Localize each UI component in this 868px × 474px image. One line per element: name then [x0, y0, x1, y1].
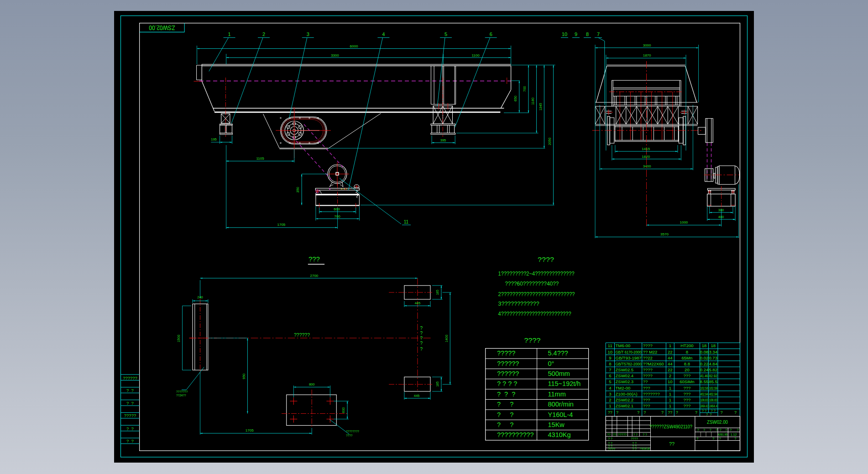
svg-text:10: 10: [608, 349, 613, 354]
svg-text:? ?: ? ?: [632, 448, 637, 451]
svg-text:?: ?: [420, 347, 423, 352]
svg-text:44: 44: [668, 361, 673, 366]
svg-text:402.94: 402.94: [709, 391, 717, 396]
svg-text:? ?: ? ?: [632, 442, 637, 445]
svg-text:1: 1: [609, 403, 611, 408]
svg-text:700: 700: [523, 86, 527, 92]
svg-text:1705: 1705: [277, 223, 286, 227]
svg-text:2464.42: 2464.42: [701, 403, 708, 408]
svg-text:1105: 1105: [256, 156, 264, 161]
svg-text:65Mn: 65Mn: [682, 355, 693, 360]
svg-text:5.4???: 5.4???: [548, 349, 568, 357]
svg-text:ZSW02.3: ZSW02.3: [616, 379, 634, 384]
svg-text:1: 1: [669, 343, 671, 348]
svg-text:??????: ??????: [497, 370, 519, 377]
svg-text:1?????????2~4??????????????: 1?????????2~4??????????????: [498, 271, 575, 277]
svg-text:60SiMn: 60SiMn: [680, 379, 694, 384]
svg-text:?: ?: [720, 410, 722, 415]
svg-text:0°: 0°: [548, 360, 554, 367]
svg-text:4261.95: 4261.95: [718, 433, 727, 436]
svg-text:?: ?: [719, 428, 721, 432]
svg-text:7: 7: [609, 367, 611, 372]
svg-text:1.12: 1.12: [731, 433, 737, 436]
svg-text:700: 700: [334, 214, 340, 219]
svg-text:GB/T93-1987: GB/T93-1987: [616, 355, 642, 360]
svg-text:7: 7: [597, 31, 600, 37]
svg-text:ZSW02.00: ZSW02.00: [149, 24, 175, 31]
svg-text:350: 350: [296, 187, 300, 193]
svg-text:?: ?: [420, 336, 423, 341]
svg-text:? ?: ? ?: [126, 438, 134, 443]
svg-text:1000: 1000: [680, 220, 688, 224]
svg-text:????: ????: [643, 373, 653, 378]
svg-text:? ?: ? ?: [608, 442, 612, 445]
svg-text:?: ?: [616, 410, 618, 415]
svg-text:? ?: ? ?: [126, 426, 134, 431]
svg-text:6000: 6000: [350, 44, 358, 48]
svg-text:1415: 1415: [642, 147, 650, 151]
svg-text:4310Kg: 4310Kg: [548, 431, 571, 438]
svg-text:41.46: 41.46: [701, 373, 708, 378]
svg-text:?: ?: [737, 428, 738, 432]
svg-text:650: 650: [513, 96, 518, 102]
svg-text:2464.4: 2464.4: [709, 403, 717, 408]
svg-text:??????????: ??????????: [497, 431, 534, 438]
svg-text:20: 20: [685, 367, 690, 372]
svg-text:? ?: ? ?: [608, 437, 612, 440]
svg-text:108.83: 108.83: [701, 397, 708, 402]
svg-text:TM2-00: TM2-00: [616, 385, 631, 391]
svg-text:18: 18: [711, 343, 716, 348]
svg-text:2??????????????????????????: 2??????????????????????????: [498, 291, 575, 297]
svg-text:? ? ? ?: ? ? ? ?: [497, 380, 517, 387]
svg-text:102.59: 102.59: [709, 385, 717, 391]
svg-text:?: ?: [696, 437, 698, 441]
svg-text:???: ???: [683, 391, 690, 396]
svg-text:ZSW02.5: ZSW02.5: [616, 367, 634, 372]
svg-text:950: 950: [242, 374, 246, 380]
svg-text:??: ??: [643, 379, 648, 384]
svg-text:1: 1: [669, 397, 671, 402]
svg-text:?: ?: [695, 410, 697, 415]
svg-text:22: 22: [668, 349, 673, 354]
svg-text:0.24: 0.24: [700, 367, 709, 372]
svg-text:??????ZSW4902110?: ??????ZSW4902110?: [649, 424, 692, 429]
svg-text:????: ????: [608, 448, 615, 451]
svg-text:2700: 2700: [310, 274, 319, 278]
svg-text:????: ????: [524, 336, 541, 344]
svg-text:?: ?: [420, 331, 423, 336]
svg-text:???: ???: [643, 397, 650, 402]
svg-text:?: ?: [637, 410, 639, 415]
svg-text:?: ?: [725, 428, 727, 432]
svg-text:1: 1: [669, 391, 671, 396]
svg-text:44: 44: [668, 355, 673, 360]
svg-text:3????????????: 3????????????: [498, 301, 539, 307]
svg-text:5.82: 5.82: [709, 367, 717, 372]
svg-text:11: 11: [404, 219, 409, 224]
svg-text:2050: 2050: [548, 138, 552, 146]
svg-text:18: 18: [702, 343, 707, 348]
svg-text:??: ??: [608, 410, 612, 415]
svg-text:???: ???: [309, 255, 320, 263]
svg-text:??????: ??????: [123, 375, 137, 380]
svg-text:???????: ???????: [176, 390, 188, 393]
svg-text:0.02: 0.02: [700, 355, 709, 360]
svg-text:500mm: 500mm: [548, 370, 570, 377]
svg-text:ZSW02.2: ZSW02.2: [616, 397, 634, 402]
svg-text:108.83: 108.83: [709, 397, 717, 402]
svg-text:3000: 3000: [643, 43, 651, 47]
svg-text:?? M22: ?? M22: [643, 349, 658, 354]
svg-text:8: 8: [686, 349, 688, 354]
svg-text:115~192t/h: 115~192t/h: [548, 380, 581, 387]
svg-text:2: 2: [609, 397, 611, 402]
svg-text:????: ????: [538, 255, 554, 263]
svg-text:1: 1: [669, 403, 671, 408]
svg-text:?: ?: [712, 437, 714, 441]
svg-text:10: 10: [562, 31, 567, 37]
svg-text:6: 6: [490, 31, 492, 37]
svg-text:?: ?: [661, 410, 664, 415]
svg-text:600: 600: [341, 407, 345, 413]
svg-text:3300: 3300: [331, 53, 339, 57]
svg-text:???????: ???????: [643, 391, 660, 396]
svg-text:1820: 1820: [642, 155, 650, 159]
svg-text:??6.09.26: ??6.09.26: [640, 447, 650, 450]
